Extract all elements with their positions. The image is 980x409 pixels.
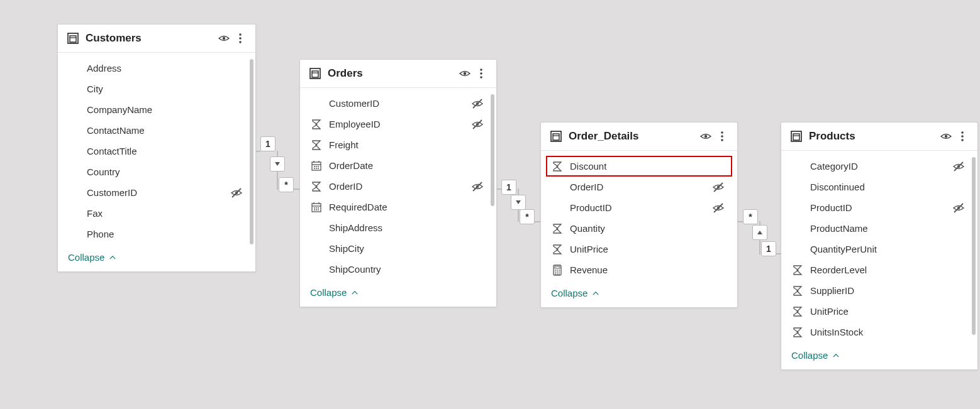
- sum-icon: [551, 222, 564, 235]
- field-name: Quantity: [570, 223, 725, 234]
- scrollbar[interactable]: [491, 94, 494, 206]
- hidden-icon[interactable]: [952, 160, 965, 173]
- field-list: AddressCityCompanyNameContactNameContact…: [58, 53, 255, 247]
- collapse-button[interactable]: Collapse: [300, 282, 496, 307]
- field-name: UnitPrice: [570, 244, 725, 254]
- field-row[interactable]: Discontinued: [786, 177, 972, 197]
- field-row[interactable]: Quantity: [546, 218, 732, 239]
- field-row[interactable]: OrderDate: [305, 155, 491, 176]
- collapse-button[interactable]: Collapse: [541, 283, 737, 307]
- visibility-icon[interactable]: [218, 32, 230, 45]
- table-header[interactable]: Customers: [58, 25, 255, 53]
- collapse-label: Collapse: [310, 287, 347, 298]
- filter-direction-badge: [752, 225, 767, 240]
- field-row[interactable]: Discount: [546, 156, 732, 177]
- field-name: Fax: [87, 208, 243, 219]
- field-row[interactable]: QuantityPerUnit: [786, 239, 972, 259]
- field-row[interactable]: EmployeeID: [305, 114, 491, 134]
- field-row[interactable]: City: [63, 79, 250, 99]
- scrollbar[interactable]: [972, 157, 976, 335]
- field-name: CategoryID: [810, 161, 952, 172]
- table-products[interactable]: Products CategoryIDDiscontinuedProductID…: [781, 122, 978, 370]
- field-row[interactable]: Phone: [63, 224, 250, 244]
- field-row[interactable]: UnitsInStock: [786, 322, 972, 342]
- hidden-icon[interactable]: [230, 187, 243, 199]
- sum-icon: [310, 180, 323, 193]
- field-row[interactable]: Country: [63, 161, 250, 182]
- table-order-details[interactable]: Order_Details DiscountOrderIDProductIDQu…: [540, 122, 738, 308]
- hidden-icon[interactable]: [471, 180, 484, 193]
- field-name: QuantityPerUnit: [810, 244, 965, 254]
- more-options-icon[interactable]: [234, 32, 247, 45]
- more-options-icon[interactable]: [956, 130, 969, 143]
- field-row[interactable]: Fax: [63, 203, 250, 224]
- field-row[interactable]: RequiredDate: [305, 197, 491, 217]
- cardinality-one-badge: 1: [761, 241, 776, 256]
- field-name: UnitsInStock: [810, 327, 965, 337]
- field-row[interactable]: ProductName: [786, 218, 972, 239]
- visibility-icon[interactable]: [459, 67, 471, 80]
- table-header[interactable]: Orders: [300, 60, 496, 88]
- field-row[interactable]: Freight: [305, 134, 491, 155]
- field-name: ContactName: [87, 125, 243, 136]
- cardinality-one-badge: 1: [501, 180, 516, 195]
- hidden-icon[interactable]: [952, 202, 965, 214]
- hidden-icon[interactable]: [471, 97, 484, 110]
- field-row[interactable]: CategoryID: [786, 156, 972, 177]
- visibility-icon[interactable]: [699, 130, 712, 143]
- table-orders[interactable]: Orders CustomerIDEmployeeIDFreightOrderD…: [299, 59, 497, 307]
- field-name: ContactTitle: [87, 146, 243, 156]
- field-name: CustomerID: [87, 187, 230, 198]
- field-row[interactable]: UnitPrice: [546, 239, 732, 259]
- table-customers[interactable]: Customers AddressCityCompanyNameContactN…: [57, 24, 256, 272]
- field-row[interactable]: ReorderLevel: [786, 259, 972, 280]
- date-icon: [310, 201, 323, 214]
- collapse-button[interactable]: Collapse: [58, 247, 255, 271]
- cardinality-one-badge: 1: [260, 136, 276, 151]
- scrollbar[interactable]: [250, 59, 253, 244]
- field-row[interactable]: ContactTitle: [63, 141, 250, 161]
- field-row[interactable]: CustomerID: [305, 93, 491, 114]
- sum-icon: [551, 243, 564, 256]
- hidden-icon[interactable]: [471, 118, 484, 131]
- filter-direction-badge: [270, 156, 285, 172]
- field-name: Country: [87, 166, 243, 177]
- hidden-icon[interactable]: [712, 202, 725, 214]
- field-row[interactable]: ShipCity: [305, 238, 491, 259]
- field-row[interactable]: OrderID: [305, 176, 491, 197]
- field-name: Discount: [570, 161, 725, 172]
- field-row[interactable]: ContactName: [63, 120, 250, 141]
- sum-icon: [551, 160, 564, 173]
- rel-line: [255, 151, 260, 152]
- field-list: CategoryIDDiscontinuedProductIDProductNa…: [781, 151, 977, 345]
- collapse-button[interactable]: Collapse: [781, 345, 977, 369]
- cardinality-many-badge: *: [743, 209, 758, 224]
- sum-icon: [791, 264, 804, 276]
- visibility-icon[interactable]: [940, 130, 952, 143]
- sum-icon: [310, 118, 323, 131]
- field-row[interactable]: CustomerID: [63, 182, 250, 203]
- field-row[interactable]: OrderID: [546, 177, 732, 197]
- field-row[interactable]: ProductID: [786, 197, 972, 218]
- field-row[interactable]: Revenue: [546, 259, 732, 280]
- table-header[interactable]: Products: [781, 123, 977, 151]
- more-options-icon[interactable]: [716, 130, 728, 143]
- field-row[interactable]: SupplierID: [786, 280, 972, 301]
- field-row[interactable]: CompanyName: [63, 99, 250, 120]
- field-name: City: [87, 84, 243, 94]
- table-title: Customers: [86, 32, 214, 45]
- field-row[interactable]: UnitPrice: [786, 301, 972, 322]
- field-row[interactable]: Address: [63, 58, 250, 79]
- field-row[interactable]: ShipAddress: [305, 217, 491, 238]
- field-name: Freight: [329, 139, 484, 150]
- field-row[interactable]: ProductID: [546, 197, 732, 218]
- chevron-up-icon: [591, 289, 600, 298]
- field-row[interactable]: ShipCountry: [305, 259, 491, 280]
- table-header[interactable]: Order_Details: [541, 123, 737, 151]
- field-name: RequiredDate: [329, 202, 484, 212]
- more-options-icon[interactable]: [475, 67, 487, 80]
- calc-icon: [551, 264, 564, 276]
- table-icon: [309, 67, 321, 80]
- cardinality-many-badge: *: [279, 177, 294, 192]
- hidden-icon[interactable]: [712, 181, 725, 194]
